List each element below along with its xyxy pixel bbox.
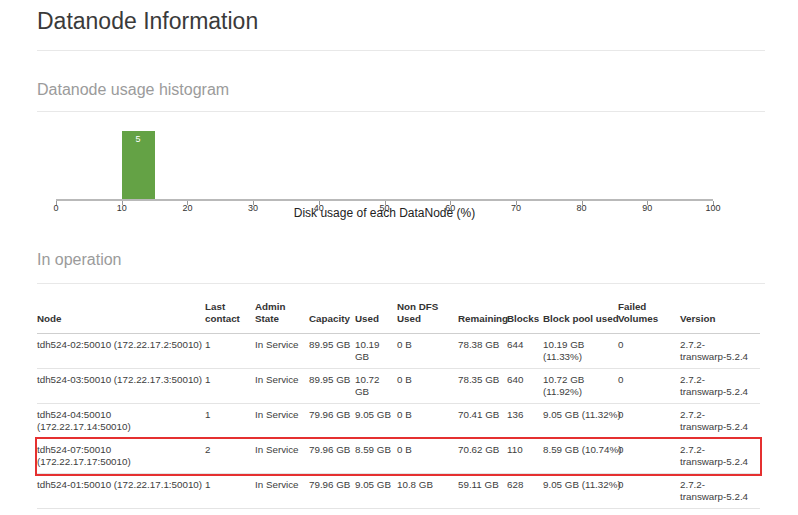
col-header-blocks: Blocks [507, 287, 543, 334]
cell-remaining: 78.35 GB [458, 369, 507, 404]
cell-text: 0 [618, 409, 674, 421]
cell-text: 640 [507, 374, 537, 386]
col-header-admin_state: AdminState [255, 287, 309, 334]
cell-text: In Service [255, 409, 303, 421]
x-axis-label: Disk usage of each DataNode (%) [56, 206, 713, 220]
cell-block_pool_used: 8.59 GB (10.74%) [543, 439, 618, 474]
cell-last_contact: 2 [205, 439, 255, 474]
datanode-table: NodeLastcontactAdminStateCapacityUsedNon… [37, 287, 760, 509]
cell-remaining: 70.41 GB [458, 404, 507, 439]
cell-used: 9.05 GB [355, 474, 397, 509]
cell-text: 628 [507, 479, 537, 491]
cell-version: 2.7.2-transwarp-5.2.4 [680, 439, 760, 474]
col-header-version: Version [680, 287, 760, 334]
cell-text: transwarp-5.2.4 [680, 386, 754, 398]
cell-text: 1 [205, 409, 249, 421]
cell-text: 0 [618, 339, 674, 351]
cell-text: 10.19 [355, 339, 391, 351]
cell-blocks: 136 [507, 404, 543, 439]
table-row: tdh524-04:50010(172.22.17.14:50010)1In S… [37, 404, 760, 439]
col-header-failed_volumes: FailedVolumes [618, 287, 680, 334]
cell-text: 644 [507, 339, 537, 351]
cell-non_dfs_used: 0 B [397, 404, 458, 439]
col-header-text: Used [355, 313, 391, 325]
cell-text: 2.7.2- [680, 339, 754, 351]
cell-non_dfs_used: 10.8 GB [397, 474, 458, 509]
cell-failed_volumes: 0 [618, 404, 680, 439]
cell-used: 8.59 GB [355, 439, 397, 474]
cell-failed_volumes: 0 [618, 474, 680, 509]
col-header-node: Node [37, 287, 205, 334]
cell-last_contact: 1 [205, 474, 255, 509]
cell-text: 1 [205, 339, 249, 351]
cell-text: tdh524-01:50010 (172.22.17.1:50010) [37, 479, 199, 491]
col-header-last_contact: Lastcontact [205, 287, 255, 334]
cell-text: 9.05 GB [355, 409, 391, 421]
operation-section-heading: In operation [37, 251, 122, 269]
cell-text: tdh524-04:50010 [37, 409, 199, 421]
cell-remaining: 78.38 GB [458, 334, 507, 369]
cell-version: 2.7.2-transwarp-5.2.4 [680, 369, 760, 404]
cell-text: tdh524-02:50010 (172.22.17.2:50010) [37, 339, 199, 351]
cell-used: 9.05 GB [355, 404, 397, 439]
cell-block_pool_used: 10.72 GB(11.92%) [543, 369, 618, 404]
cell-text: (172.22.17.14:50010) [37, 421, 199, 433]
cell-node: tdh524-04:50010(172.22.17.14:50010) [37, 404, 205, 439]
cell-remaining: 59.11 GB [458, 474, 507, 509]
col-header-text: Remaining [458, 313, 501, 325]
cell-text: 0 B [397, 409, 452, 421]
cell-text: 89.95 GB [309, 374, 349, 386]
cell-non_dfs_used: 0 B [397, 334, 458, 369]
cell-text: transwarp-5.2.4 [680, 351, 754, 363]
cell-text: (11.92%) [543, 386, 612, 398]
col-header-text: Capacity [309, 313, 349, 325]
cell-text: 136 [507, 409, 537, 421]
cell-text: In Service [255, 374, 303, 386]
cell-version: 2.7.2-transwarp-5.2.4 [680, 404, 760, 439]
datanode-information-page: Datanode Information Datanode usage hist… [0, 0, 798, 515]
cell-block_pool_used: 9.05 GB (11.32%) [543, 404, 618, 439]
cell-text: 2.7.2- [680, 479, 754, 491]
cell-last_contact: 1 [205, 369, 255, 404]
cell-blocks: 628 [507, 474, 543, 509]
cell-text: 70.62 GB [458, 444, 501, 456]
cell-text: 10.19 GB [543, 339, 612, 351]
cell-text: 10.72 GB [543, 374, 612, 386]
bar-count-label: 5 [122, 134, 155, 144]
cell-text: 70.41 GB [458, 409, 501, 421]
col-header-non_dfs_used: Non DFSUsed [397, 287, 458, 334]
cell-capacity: 79.96 GB [309, 404, 355, 439]
col-header-text: Admin [255, 301, 303, 313]
cell-failed_volumes: 0 [618, 369, 680, 404]
cell-admin_state: In Service [255, 404, 309, 439]
cell-text: 110 [507, 444, 537, 456]
table-header-row: NodeLastcontactAdminStateCapacityUsedNon… [37, 287, 760, 334]
col-header-text: Used [397, 313, 452, 325]
cell-failed_volumes: 0 [618, 439, 680, 474]
cell-text: 10.72 [355, 374, 391, 386]
cell-text: 9.05 GB (11.32%) [543, 479, 612, 491]
cell-version: 2.7.2-transwarp-5.2.4 [680, 474, 760, 509]
cell-text: 8.59 GB [355, 444, 391, 456]
col-header-used: Used [355, 287, 397, 334]
cell-text: 79.96 GB [309, 409, 349, 421]
table-row: tdh524-02:50010 (172.22.17.2:50010)1In S… [37, 334, 760, 369]
col-header-text: Non DFS [397, 301, 452, 313]
cell-text: 0 [618, 444, 674, 456]
cell-text: 78.38 GB [458, 339, 501, 351]
col-header-text: Version [680, 313, 754, 325]
cell-text: 2.7.2- [680, 374, 754, 386]
cell-node: tdh524-02:50010 (172.22.17.2:50010) [37, 334, 205, 369]
cell-text: 59.11 GB [458, 479, 501, 491]
cell-block_pool_used: 10.19 GB(11.33%) [543, 334, 618, 369]
cell-text: In Service [255, 444, 303, 456]
cell-admin_state: In Service [255, 439, 309, 474]
cell-remaining: 70.62 GB [458, 439, 507, 474]
cell-text: 2 [205, 444, 249, 456]
cell-used: 10.72GB [355, 369, 397, 404]
cell-non_dfs_used: 0 B [397, 439, 458, 474]
col-header-text: Node [37, 313, 199, 325]
cell-block_pool_used: 9.05 GB (11.32%) [543, 474, 618, 509]
cell-admin_state: In Service [255, 474, 309, 509]
cell-text: 8.59 GB (10.74%) [543, 444, 612, 456]
